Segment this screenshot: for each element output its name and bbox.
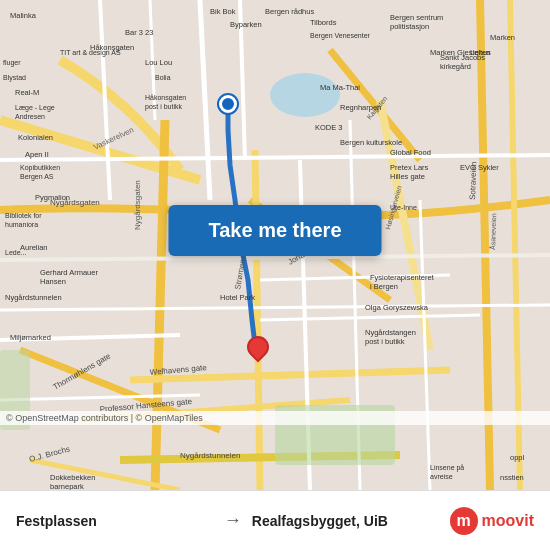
arrow-right-icon: → bbox=[224, 510, 242, 531]
svg-text:Kopibutikken: Kopibutikken bbox=[20, 164, 60, 172]
svg-text:oppl: oppl bbox=[510, 453, 525, 462]
svg-text:Miljømarked: Miljømarked bbox=[10, 333, 51, 342]
svg-text:i Bergen: i Bergen bbox=[370, 282, 398, 291]
svg-text:Blystad: Blystad bbox=[3, 74, 26, 82]
svg-text:Gerhard Armauer: Gerhard Armauer bbox=[40, 268, 98, 277]
destination-pin bbox=[242, 331, 273, 362]
svg-text:Global Food: Global Food bbox=[390, 148, 431, 157]
svg-text:Apen II: Apen II bbox=[25, 150, 49, 159]
svg-text:Bergen AS: Bergen AS bbox=[20, 173, 54, 181]
origin-marker bbox=[219, 95, 237, 113]
moovit-logo-icon: m bbox=[450, 507, 478, 535]
svg-text:Håkonsgaten: Håkonsgaten bbox=[145, 94, 186, 102]
svg-text:Bergen sentrum: Bergen sentrum bbox=[390, 13, 443, 22]
svg-text:Nygårdsgaten: Nygårdsgaten bbox=[133, 180, 142, 230]
svg-point-1 bbox=[270, 73, 340, 117]
svg-text:Bergen kulturskole: Bergen kulturskole bbox=[340, 138, 402, 147]
svg-text:fluger: fluger bbox=[3, 59, 21, 67]
svg-text:Åsaneveien: Åsaneveien bbox=[488, 213, 497, 250]
svg-text:Nygårdstunnelen: Nygårdstunnelen bbox=[180, 451, 240, 460]
svg-text:kirkegård: kirkegård bbox=[440, 62, 471, 71]
svg-text:Malinka: Malinka bbox=[10, 11, 37, 20]
svg-text:Bar 3 23: Bar 3 23 bbox=[125, 28, 153, 37]
from-label: Festplassen bbox=[16, 513, 214, 529]
svg-text:post i butikk: post i butikk bbox=[145, 103, 182, 111]
svg-text:Læge - Lege: Læge - Lege bbox=[15, 104, 55, 112]
svg-text:avreise: avreise bbox=[430, 473, 453, 480]
svg-text:EVO Sykler: EVO Sykler bbox=[460, 163, 499, 172]
svg-text:Tilbords: Tilbords bbox=[310, 18, 337, 27]
svg-text:Linsene på: Linsene på bbox=[430, 464, 464, 472]
moovit-logo-text: moovit bbox=[482, 512, 534, 530]
svg-text:Marken: Marken bbox=[490, 33, 515, 42]
svg-text:Lou Lou: Lou Lou bbox=[145, 58, 172, 67]
svg-text:Dokkebekken: Dokkebekken bbox=[50, 473, 95, 482]
svg-text:Bergen rådhus: Bergen rådhus bbox=[265, 7, 314, 16]
map-attribution: © OpenStreetMap contributors | © OpenMap… bbox=[0, 411, 550, 425]
svg-text:Nygårdstunnelen: Nygårdstunnelen bbox=[5, 293, 62, 302]
svg-text:Ute-Inne: Ute-Inne bbox=[390, 204, 417, 211]
svg-text:Bergen Venesenter: Bergen Venesenter bbox=[310, 32, 371, 40]
svg-text:Olga Goryszewska: Olga Goryszewska bbox=[365, 303, 429, 312]
svg-text:Ma Ma-Thai: Ma Ma-Thai bbox=[320, 83, 360, 92]
svg-text:Bik Bok: Bik Bok bbox=[210, 7, 236, 16]
take-me-there-button[interactable]: Take me there bbox=[168, 205, 381, 256]
svg-text:Regnharpen: Regnharpen bbox=[340, 103, 381, 112]
svg-text:post i butikk: post i butikk bbox=[365, 337, 405, 346]
to-label: Realfagsbygget, UiB bbox=[252, 513, 450, 529]
svg-text:humaniora: humaniora bbox=[5, 221, 38, 228]
svg-text:Pygmalion: Pygmalion bbox=[35, 193, 70, 202]
svg-text:Hansen: Hansen bbox=[40, 277, 66, 286]
svg-text:Byparken: Byparken bbox=[230, 20, 262, 29]
svg-text:Bolia: Bolia bbox=[155, 74, 171, 81]
svg-text:Bibliotek for: Bibliotek for bbox=[5, 212, 42, 219]
svg-text:Hotel Park: Hotel Park bbox=[220, 293, 255, 302]
svg-text:KODE 3: KODE 3 bbox=[315, 123, 343, 132]
moovit-logo: m moovit bbox=[450, 507, 534, 535]
svg-text:Kolonialen: Kolonialen bbox=[18, 133, 53, 142]
svg-text:politistasjon: politistasjon bbox=[390, 22, 429, 31]
svg-text:Håkonsgaten: Håkonsgaten bbox=[90, 43, 134, 52]
svg-text:Real-M: Real-M bbox=[15, 88, 39, 97]
svg-text:Nygårdstangen: Nygårdstangen bbox=[365, 328, 416, 337]
svg-text:Lede...: Lede... bbox=[5, 249, 26, 256]
svg-text:nsstien: nsstien bbox=[500, 473, 524, 482]
svg-text:Andresen: Andresen bbox=[15, 113, 45, 120]
svg-text:Pretex Lars: Pretex Lars bbox=[390, 163, 429, 172]
svg-text:Sankt Jacobs: Sankt Jacobs bbox=[440, 53, 485, 62]
svg-text:Fysioterapisenteret: Fysioterapisenteret bbox=[370, 273, 435, 282]
svg-text:barnepark: barnepark bbox=[50, 482, 84, 490]
origin-dot bbox=[219, 95, 237, 113]
destination-marker bbox=[247, 336, 269, 358]
svg-text:Hilles gate: Hilles gate bbox=[390, 172, 425, 181]
map-container: Vaskerelven Nygårdsgaten Nygårdsgaten Jo… bbox=[0, 0, 550, 490]
bottom-bar: Festplassen → Realfagsbygget, UiB m moov… bbox=[0, 490, 550, 550]
